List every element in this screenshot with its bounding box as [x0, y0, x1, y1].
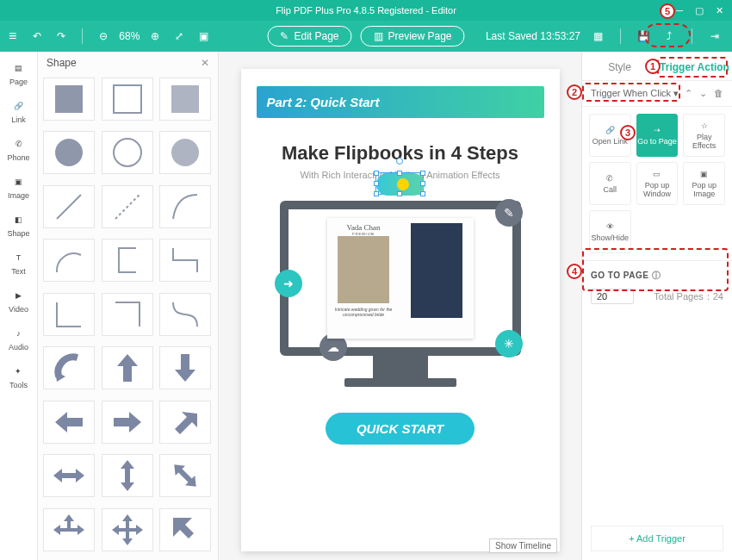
- shape-square-grey[interactable]: [159, 78, 211, 121]
- main-toolbar: ≡ ↶ ↷ ⊖ 68% ⊕ ⤢ ▣ ✎ Edit Page ▥ Preview …: [0, 21, 732, 52]
- shape-curve[interactable]: [159, 185, 211, 228]
- tab-trigger-action[interactable]: Trigger Action: [657, 61, 732, 80]
- save-exit-icon[interactable]: ⤴: [661, 28, 678, 45]
- popimage-icon: ▣: [700, 170, 708, 178]
- zoom-in-icon[interactable]: ⊕: [146, 28, 164, 45]
- shape-arrow-right[interactable]: [102, 401, 153, 444]
- image-icon: ▣: [10, 174, 26, 190]
- undo-icon[interactable]: ↶: [28, 28, 46, 45]
- shape-icon: ◧: [11, 212, 27, 227]
- shape-arrow-up[interactable]: [102, 346, 153, 389]
- page[interactable]: Part 2: Quick Start Make Flipbooks in 4 …: [241, 69, 560, 551]
- shape-square-outline[interactable]: [102, 78, 153, 121]
- rail-tools[interactable]: ✦Tools: [9, 364, 28, 389]
- svg-marker-11: [55, 412, 83, 432]
- rail-image[interactable]: ▣Image: [8, 174, 29, 200]
- svg-marker-16: [170, 460, 202, 492]
- shape-circle-outline[interactable]: [102, 131, 153, 174]
- action-call[interactable]: ✆Call: [589, 162, 631, 205]
- callout-3: 3: [620, 125, 636, 140]
- action-play-effects[interactable]: ☆Play Effects: [683, 114, 725, 157]
- shape-bracket[interactable]: [102, 239, 153, 282]
- save-icon[interactable]: 💾: [635, 28, 652, 45]
- shape-arrow-corner[interactable]: [159, 508, 211, 551]
- delete-icon[interactable]: 🗑: [714, 88, 723, 99]
- zoom-out-icon[interactable]: ⊖: [95, 28, 112, 45]
- shape-arrow-quad[interactable]: [102, 508, 153, 551]
- callout-2: 2: [567, 84, 582, 100]
- shape-arrow-bi-diag[interactable]: [159, 454, 211, 497]
- shape-arrow-upright[interactable]: [159, 401, 211, 444]
- svg-marker-18: [112, 514, 143, 545]
- action-go-to-page[interactable]: ⇢Go to Page: [636, 114, 679, 157]
- edit-page-button[interactable]: ✎ Edit Page: [267, 26, 351, 47]
- preview-page-button[interactable]: ▥ Preview Page: [361, 26, 465, 47]
- shape-line[interactable]: [43, 185, 95, 228]
- selected-shape[interactable]: [375, 172, 424, 195]
- title-bar: Flip PDF Plus Pro 4.8.5 Registered - Edi…: [0, 0, 732, 21]
- rail-shape[interactable]: ◧Shape: [7, 212, 29, 238]
- shape-elbow1[interactable]: [43, 293, 95, 336]
- tools-icon: ✦: [10, 364, 26, 379]
- trigger-when-dropdown[interactable]: Trigger When Click ▾: [591, 88, 679, 99]
- rail-text[interactable]: TText: [11, 250, 27, 276]
- shape-arrow-tri[interactable]: [43, 508, 95, 551]
- exit-icon[interactable]: ⇥: [706, 28, 723, 45]
- actual-size-icon[interactable]: ▣: [195, 28, 212, 45]
- canvas-area[interactable]: Part 2: Quick Start Make Flipbooks in 4 …: [219, 52, 581, 560]
- last-saved-label: Last Saved 13:53:27: [486, 30, 580, 42]
- call-icon: ✆: [606, 174, 613, 183]
- phone-icon: ✆: [11, 136, 27, 152]
- shape-arrow-down[interactable]: [159, 346, 211, 389]
- svg-marker-9: [117, 354, 138, 382]
- goto-page-input[interactable]: 20: [591, 289, 634, 304]
- action-popup-image[interactable]: ▣Pop up Image: [683, 162, 725, 205]
- shape-arrow-bi-v[interactable]: [102, 454, 153, 497]
- cursor-icon: ✳: [495, 330, 523, 358]
- shape-circle-grey[interactable]: [159, 131, 211, 174]
- callout-1: 1: [645, 59, 661, 74]
- expand-icon[interactable]: ⌃: [685, 88, 692, 99]
- svg-marker-14: [53, 469, 84, 482]
- collapse-icon[interactable]: ⌄: [699, 88, 707, 99]
- video-icon: ▶: [10, 288, 26, 303]
- qr-icon[interactable]: ▦: [589, 28, 606, 45]
- audio-icon: ♪: [11, 326, 27, 341]
- svg-marker-13: [175, 412, 197, 434]
- rail-video[interactable]: ▶Video: [9, 288, 28, 314]
- callout-4: 4: [567, 264, 582, 279]
- menu-icon[interactable]: ≡: [9, 28, 16, 44]
- shape-arrow-left[interactable]: [43, 401, 95, 444]
- quick-start-button[interactable]: QUICK START: [326, 413, 475, 445]
- shape-arrow-bi-h[interactable]: [43, 454, 95, 497]
- shape-elbow2[interactable]: [102, 293, 153, 336]
- redo-icon[interactable]: ↷: [53, 28, 70, 45]
- add-trigger-button[interactable]: + Add Trigger: [591, 526, 723, 551]
- shape-arc[interactable]: [43, 239, 95, 282]
- maximize-icon[interactable]: ▢: [695, 5, 704, 16]
- rail-audio[interactable]: ♪Audio: [9, 326, 28, 352]
- pencil-icon: ✎: [280, 30, 288, 42]
- star-icon: ☆: [701, 121, 708, 130]
- action-popup-window[interactable]: ▭Pop up Window: [636, 162, 679, 205]
- shape-line-dashed[interactable]: [102, 185, 153, 228]
- info-icon[interactable]: ⓘ: [652, 271, 661, 280]
- minimize-icon[interactable]: ─: [676, 5, 683, 16]
- svg-point-4: [114, 139, 141, 166]
- shape-step[interactable]: [159, 239, 211, 282]
- shape-arrow-curve[interactable]: [43, 346, 95, 389]
- rail-link[interactable]: 🔗Link: [11, 98, 27, 124]
- rail-phone[interactable]: ✆Phone: [7, 136, 29, 162]
- close-panel-icon[interactable]: ✕: [201, 57, 209, 69]
- close-icon[interactable]: ✕: [716, 5, 723, 16]
- fit-icon[interactable]: ⤢: [171, 28, 188, 45]
- svg-point-5: [171, 139, 199, 166]
- zoom-value[interactable]: 68%: [119, 30, 140, 42]
- rail-page[interactable]: ▤Page: [9, 60, 28, 86]
- shape-circle-filled[interactable]: [43, 131, 95, 174]
- svg-point-3: [55, 139, 83, 166]
- show-timeline-button[interactable]: Show Timeline: [489, 538, 557, 553]
- shape-scurve[interactable]: [159, 293, 211, 336]
- shape-square-filled[interactable]: [43, 78, 95, 121]
- action-show-hide[interactable]: 👁Show/Hide: [589, 210, 631, 253]
